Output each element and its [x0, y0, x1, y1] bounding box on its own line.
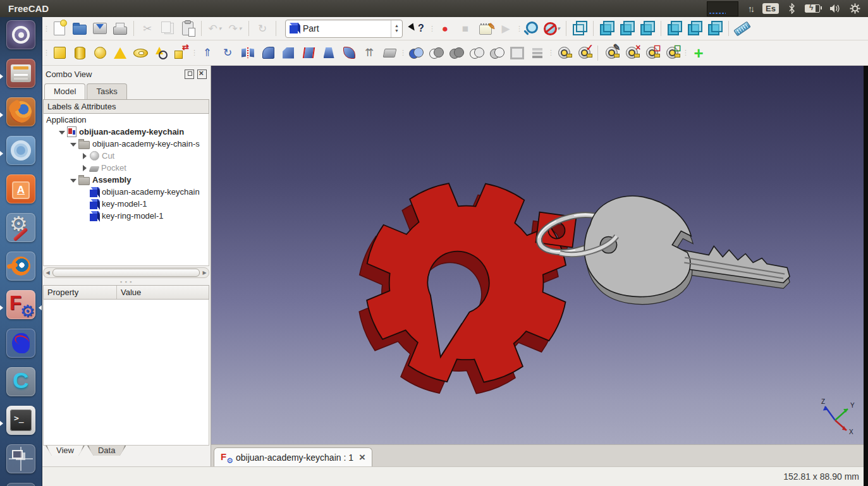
paste-button[interactable]: [178, 20, 197, 37]
new-document-button[interactable]: [50, 20, 69, 37]
launcher-item-trash[interactable]: [0, 483, 42, 486]
extrude-button[interactable]: ⇑: [198, 44, 217, 62]
tree-root-application[interactable]: Application: [44, 114, 209, 126]
scroll-right-icon[interactable]: ▶: [200, 270, 209, 276]
measure-distance-button[interactable]: [733, 20, 752, 37]
measure-refresh-button[interactable]: ✎: [602, 44, 621, 62]
keychain-gear-side[interactable]: [327, 162, 590, 425]
view-bottom-button[interactable]: [685, 20, 704, 37]
launcher-item-workspace-switcher[interactable]: [0, 444, 42, 480]
launcher-item-freecad[interactable]: [0, 290, 42, 325]
measure-toggle-delta-button[interactable]: ◻: [663, 44, 682, 62]
view-front-button[interactable]: [597, 20, 616, 37]
panel-splitter[interactable]: ▪ ▪ ▪: [42, 278, 211, 285]
tree-item-obijuan-academy-key-chain-s[interactable]: obijuan-academy-key-chain-s: [44, 138, 209, 150]
toolbar-handle[interactable]: ⋮: [682, 49, 688, 57]
print-document-button[interactable]: [111, 20, 130, 37]
mirror-button[interactable]: [238, 44, 257, 62]
dropdown-arrow-icon[interactable]: ▾: [557, 25, 560, 32]
view-right-button[interactable]: [638, 20, 657, 37]
tree-horizontal-scrollbar[interactable]: ◀ ▶: [43, 267, 209, 278]
part-torus-button[interactable]: [131, 44, 150, 62]
offset-button[interactable]: ⇈: [360, 44, 379, 62]
macro-record-button[interactable]: ●: [436, 20, 455, 37]
launcher-item-chromium[interactable]: [0, 136, 42, 171]
part-cone-button[interactable]: [111, 44, 130, 62]
tree-expander-icon[interactable]: [59, 129, 65, 135]
toolbar-handle[interactable]: ⋮: [429, 25, 435, 33]
tree-item-pocket[interactable]: Pocket: [44, 162, 209, 174]
launcher-item-system-settings[interactable]: [0, 213, 42, 248]
launcher-item-firefox[interactable]: [0, 97, 42, 133]
create-primitives-button[interactable]: [151, 44, 170, 62]
ruled-surface-button[interactable]: [299, 44, 318, 62]
network-arrows-icon[interactable]: ↑↓: [748, 4, 753, 14]
volume-icon[interactable]: [829, 4, 840, 13]
tree-item-cut[interactable]: Cut: [44, 150, 209, 162]
compound-button[interactable]: [528, 44, 547, 62]
toolbar-handle[interactable]: ⋮: [43, 49, 49, 57]
part-cylinder-button[interactable]: [70, 44, 89, 62]
launcher-item-blender[interactable]: [0, 252, 42, 287]
launcher-item-c-app[interactable]: [0, 367, 42, 403]
session-gear-icon[interactable]: [850, 3, 860, 14]
view-rear-button[interactable]: [665, 20, 684, 37]
boolean-button[interactable]: [406, 44, 425, 62]
tree-item-obijuan-academy-keychain[interactable]: obijuan-academy-keychain: [44, 186, 209, 198]
boolean-common-button[interactable]: [467, 44, 486, 62]
view-left-button[interactable]: [706, 20, 724, 37]
scrollbar-thumb[interactable]: [52, 269, 200, 277]
toolbar-handle[interactable]: ⋮: [516, 25, 522, 33]
property-table-body[interactable]: [43, 300, 209, 446]
boolean-cut-button[interactable]: [427, 44, 446, 62]
launcher-item-terminal[interactable]: [0, 406, 42, 441]
tree-item-obijuan-academy-keychain[interactable]: obijuan-academy-keychain: [44, 126, 209, 138]
chamfer-button[interactable]: [279, 44, 298, 62]
toolbar-handle[interactable]: ⋮: [43, 25, 49, 33]
3d-viewport[interactable]: Z Y X: [211, 66, 868, 444]
measure-clear-all-button[interactable]: ×: [622, 44, 641, 62]
dropdown-arrow-icon[interactable]: ▾: [219, 25, 222, 32]
panel-close-icon[interactable]: [197, 70, 207, 79]
part-sphere-button[interactable]: [90, 44, 109, 62]
tab-tasks[interactable]: Tasks: [87, 83, 126, 99]
tree-expander-icon[interactable]: [70, 141, 76, 147]
tab-model[interactable]: Model: [44, 83, 85, 99]
macro-edit-button[interactable]: [476, 20, 495, 37]
save-document-button[interactable]: [90, 20, 109, 37]
window-preview-icon[interactable]: [707, 1, 738, 16]
measure-angular-button[interactable]: ✓: [575, 44, 594, 62]
tree-item-assembly[interactable]: Assembly: [44, 174, 209, 186]
document-tab[interactable]: obijuan-academy-keychain : 1 ×: [214, 447, 372, 466]
toolbar-handle[interactable]: ⋮: [547, 49, 554, 57]
3d-scene[interactable]: [211, 66, 868, 444]
measure-linear-button[interactable]: [554, 44, 573, 62]
thickness-button[interactable]: [380, 44, 399, 62]
tree-item-key-ring-model-1[interactable]: key-ring-model-1: [44, 210, 209, 222]
open-document-button[interactable]: [70, 20, 89, 37]
boolean-union-button[interactable]: [447, 44, 466, 62]
cross-sections-button[interactable]: [508, 44, 527, 62]
sweep-button[interactable]: [339, 44, 358, 62]
panel-float-icon[interactable]: [185, 70, 194, 79]
keyboard-layout-indicator[interactable]: Es: [762, 3, 779, 14]
workbench-spinner-icon[interactable]: ▲▼: [391, 20, 402, 37]
shape-builder-button[interactable]: [171, 44, 190, 62]
section-button[interactable]: [487, 44, 506, 62]
tab-view[interactable]: View: [46, 446, 85, 456]
keychain-gear-model[interactable]: [335, 151, 598, 414]
tree-expander-icon[interactable]: [82, 165, 88, 171]
loft-button[interactable]: [319, 44, 338, 62]
tree-expander-icon[interactable]: [82, 153, 88, 159]
view-top-button[interactable]: [618, 20, 637, 37]
view-axonometric-button[interactable]: [570, 20, 589, 37]
fillet-button[interactable]: [259, 44, 278, 62]
toolbar-handle[interactable]: ⋮: [400, 49, 406, 57]
scroll-left-icon[interactable]: ◀: [44, 270, 52, 276]
launcher-item-dash-home[interactable]: [0, 20, 42, 56]
document-close-icon[interactable]: ×: [359, 452, 365, 463]
whats-this-button[interactable]: ?: [409, 20, 428, 37]
tree-item-key-model-1[interactable]: key-model-1: [44, 198, 209, 210]
launcher-item-brain-app[interactable]: [0, 329, 42, 364]
part-box-button[interactable]: [50, 44, 69, 62]
